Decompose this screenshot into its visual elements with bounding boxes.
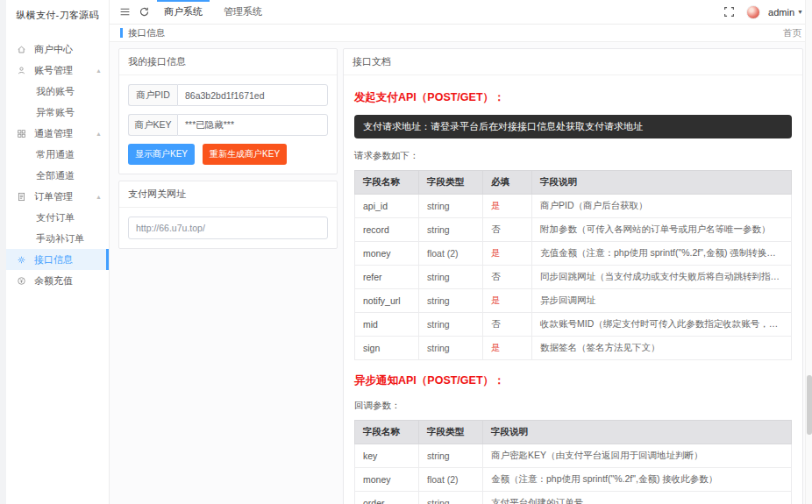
notify-api-heading: 异步通知API（POST/GET）：	[354, 373, 792, 388]
left-edge-gutter	[0, 0, 6, 504]
table-cell: record	[355, 218, 419, 242]
chevron-up-icon: ▲	[96, 131, 102, 137]
api-info-card-title: 我的接口信息	[119, 49, 337, 75]
sidebar-item-all-channels[interactable]: 全部通道	[6, 165, 109, 186]
breadcrumb-current: 接口信息	[128, 27, 165, 39]
sidebar-item-label: 异常账号	[36, 106, 75, 119]
api-doc-title: 接口文档	[344, 49, 802, 75]
sidebar-item-account-management[interactable]: 账号管理▲	[6, 60, 109, 81]
table-cell: 同步回跳网址（当支付成功或支付失败后将自动跳转到指定网址，一般填写您的网站网址即…	[532, 266, 792, 289]
show-key-button[interactable]: 显示商户KEY	[128, 144, 195, 165]
table-header-cell: 字段名称	[355, 171, 419, 195]
sidebar-item-merchant-center[interactable]: 商户中心	[6, 39, 109, 60]
gateway-url-field[interactable]: http://66.u7u.top/	[128, 217, 328, 239]
table-cell: 否	[483, 313, 532, 337]
breadcrumb-home-link[interactable]: 首页	[783, 27, 801, 39]
merchant-pid-label: 商户PID	[128, 84, 177, 106]
chevron-down-icon: ▼	[797, 9, 803, 15]
table-cell: money	[355, 468, 419, 492]
table-cell: float (2)	[419, 468, 483, 492]
content-area: 我的接口信息 商户PID 86a3b2bd1f1671ed 商户KEY ***已…	[110, 42, 812, 504]
sidebar-item-my-account[interactable]: 我的账号	[6, 81, 109, 102]
table-cell: 附加参数（可传入各网站的订单号或用户名等唯一参数）	[532, 218, 792, 242]
table-header-row: 字段名称字段类型字段说明	[355, 421, 792, 444]
table-cell: 充值金额（注意：php使用 sprintf("%.2f",金额) 强制转换成2位…	[532, 242, 792, 266]
sidebar-item-label: 商户中心	[34, 43, 73, 56]
regenerate-key-button[interactable]: 重新生成商户KEY	[203, 144, 287, 165]
app-logo: 纵横支付-刀客源码	[6, 0, 109, 30]
table-header-cell: 字段类型	[419, 171, 483, 195]
api-info-card-body: 商户PID 86a3b2bd1f1671ed 商户KEY ***已隐藏*** 显…	[119, 75, 337, 174]
table-cell: key	[355, 444, 419, 468]
top-navbar: 商户系统 管理系统 admin ▼	[110, 0, 812, 25]
username-label: admin	[768, 7, 794, 18]
avatar[interactable]	[746, 5, 760, 19]
table-header-cell: 字段说明	[483, 421, 792, 444]
tab-label: 管理系统	[224, 5, 262, 18]
sidebar-menu: 商户中心账号管理▲我的账号异常账号通道管理▲常用通道全部通道订单管理▲支付订单手…	[6, 30, 109, 291]
sidebar-item-label: 接口信息	[34, 253, 73, 266]
table-row: moneyfloat (2)金额（注意：php使用 sprintf("%.2f"…	[355, 468, 792, 492]
user-menu[interactable]: admin ▼	[768, 7, 803, 18]
table-cell: 是	[483, 289, 532, 313]
main-area: 商户系统 管理系统 admin ▼ 接口信息 首页 我的接	[110, 0, 812, 504]
merchant-key-group: 商户KEY ***已隐藏***	[128, 114, 328, 136]
chevron-up-icon: ▲	[96, 67, 102, 74]
sidebar-item-label: 余额充值	[34, 274, 73, 287]
menu-collapse-icon[interactable]	[115, 0, 134, 24]
merchant-key-field[interactable]: ***已隐藏***	[177, 114, 328, 136]
sidebar-item-label: 订单管理	[34, 190, 73, 203]
table-row: moneyfloat (2)是充值金额（注意：php使用 sprintf("%.…	[355, 242, 792, 266]
notify-params-intro: 回调参数：	[354, 400, 792, 412]
gateway-card-body: http://66.u7u.top/	[119, 208, 337, 248]
app-root: 纵横支付-刀客源码 商户中心账号管理▲我的账号异常账号通道管理▲常用通道全部通道…	[0, 0, 812, 504]
table-cell: 异步回调网址	[532, 289, 792, 313]
tab-admin-system[interactable]: 管理系统	[213, 0, 273, 25]
gateway-card-title: 支付网关网址	[119, 181, 337, 208]
sidebar-item-api-info[interactable]: 接口信息	[6, 249, 109, 270]
table-cell: string	[419, 337, 483, 360]
tab-merchant-system[interactable]: 商户系统	[153, 0, 213, 25]
sidebar-item-label: 我的账号	[36, 85, 75, 98]
sidebar-item-label: 手动补订单	[36, 232, 84, 245]
table-header-cell: 字段说明	[532, 171, 792, 195]
sidebar-item-order-management[interactable]: 订单管理▲	[6, 186, 109, 207]
table-cell: 是	[483, 337, 532, 360]
fullscreen-icon[interactable]	[719, 0, 738, 24]
chevron-up-icon: ▲	[96, 194, 102, 200]
payment-api-heading: 发起支付API（POST/GET）：	[354, 90, 792, 105]
table-cell: money	[355, 242, 419, 266]
coin-icon	[17, 275, 30, 286]
table-cell: api_id	[355, 195, 419, 218]
sidebar-item-label: 全部通道	[36, 169, 75, 182]
table-cell: 是	[483, 195, 532, 218]
table-cell: 商户密匙KEY（由支付平台返回用于回调地址判断）	[483, 444, 792, 468]
doc-icon	[17, 191, 30, 202]
payment-params-table: 字段名称字段类型必填字段说明api_idstring是商户PID（商户后台获取）…	[354, 170, 792, 360]
table-cell: notify_url	[355, 289, 419, 313]
table-cell: float (2)	[419, 242, 483, 266]
breadcrumb-accent-bar	[120, 28, 123, 38]
table-row: signstring是数据签名（签名方法见下文）	[355, 337, 792, 360]
table-row: api_idstring是商户PID（商户后台获取）	[355, 195, 792, 218]
table-cell: mid	[355, 313, 419, 337]
table-cell: order	[355, 492, 419, 504]
table-cell: string	[419, 266, 483, 289]
user-icon	[17, 65, 30, 75]
scrollbar-thumb[interactable]	[807, 375, 812, 435]
page-scrollbar[interactable]	[805, 0, 812, 504]
sidebar-item-manual-orders[interactable]: 手动补订单	[6, 228, 109, 249]
sidebar-item-common-channels[interactable]: 常用通道	[6, 144, 109, 165]
sidebar-item-balance-recharge[interactable]: 余额充值	[6, 270, 109, 291]
sidebar-item-label: 支付订单	[36, 211, 75, 224]
table-cell: 金额（注意：php使用 sprintf("%.2f",金额) 接收此参数）	[483, 468, 792, 492]
table-cell: 否	[483, 266, 532, 289]
refresh-icon[interactable]	[134, 0, 153, 24]
merchant-pid-group: 商户PID 86a3b2bd1f1671ed	[128, 84, 328, 106]
sidebar-item-abnormal-account[interactable]: 异常账号	[6, 102, 109, 123]
table-cell: string	[419, 492, 483, 504]
sidebar-item-channel-management[interactable]: 通道管理▲	[6, 123, 109, 144]
sidebar-item-payment-orders[interactable]: 支付订单	[6, 207, 109, 228]
payment-params-intro: 请求参数如下：	[354, 150, 792, 162]
merchant-pid-field[interactable]: 86a3b2bd1f1671ed	[177, 84, 328, 106]
